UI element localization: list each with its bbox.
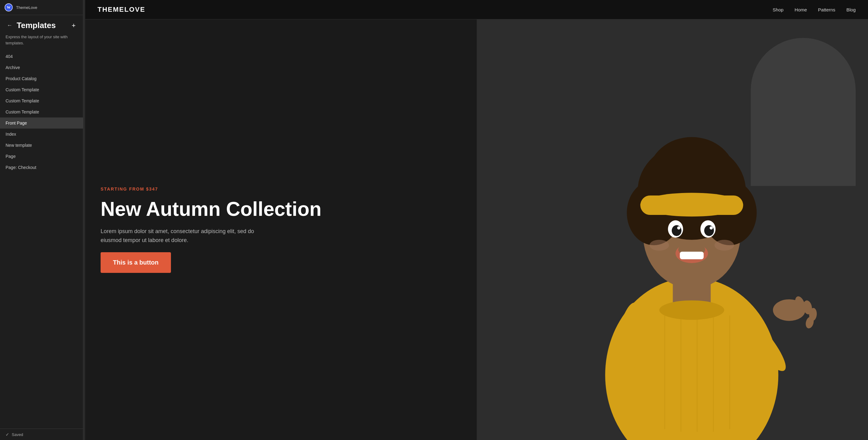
sidebar-header: ← Templates + xyxy=(0,15,83,33)
hero-title: New Autumn Collection xyxy=(101,199,461,219)
saved-status: Saved xyxy=(12,432,23,437)
hero-left: STARTING FROM $347 New Autumn Collection… xyxy=(85,20,477,440)
add-template-button[interactable]: + xyxy=(70,22,78,30)
hero-subtitle: STARTING FROM $347 xyxy=(101,187,461,192)
main-content: THEMELOVE ShopHomePatternsBlog STARTING … xyxy=(85,0,868,440)
sidebar-title: Templates xyxy=(17,21,56,30)
hero-body: Lorem ipsum dolor sit amet, consectetur … xyxy=(101,227,261,245)
sidebar-footer: ✓ Saved xyxy=(0,429,83,440)
sidebar-item-archive[interactable]: Archive xyxy=(0,62,83,73)
svg-point-23 xyxy=(715,240,734,251)
svg-point-22 xyxy=(650,240,669,251)
sidebar-item-custom-template-3[interactable]: Custom Template xyxy=(0,106,83,117)
svg-point-18 xyxy=(710,226,713,230)
sidebar: W ThemeLove ← Templates + Express the la… xyxy=(0,0,83,440)
svg-rect-21 xyxy=(680,252,704,260)
sidebar-item-index[interactable]: Index xyxy=(0,129,83,140)
sidebar-item-custom-template-1[interactable]: Custom Template xyxy=(0,84,83,95)
sidebar-item-new-template[interactable]: New template xyxy=(0,140,83,151)
svg-text:W: W xyxy=(7,5,11,9)
saved-check-icon: ✓ xyxy=(5,432,9,437)
svg-point-36 xyxy=(659,301,724,320)
site-nav-patterns[interactable]: Patterns xyxy=(818,7,835,12)
topbar-label: ThemeLove xyxy=(16,5,37,10)
sidebar-item-page-checkout[interactable]: Page: Checkout xyxy=(0,162,83,173)
hero-section: STARTING FROM $347 New Autumn Collection… xyxy=(85,20,868,440)
preview-site-header: THEMELOVE ShopHomePatternsBlog xyxy=(85,0,868,20)
sidebar-item-page[interactable]: Page xyxy=(0,151,83,162)
sidebar-item-404[interactable]: 404 xyxy=(0,51,83,62)
hero-right xyxy=(477,20,868,440)
sidebar-item-custom-template-2[interactable]: Custom Template xyxy=(0,95,83,106)
hero-woman-illustration xyxy=(516,61,868,440)
svg-rect-12 xyxy=(641,196,743,215)
sidebar-nav: 404ArchiveProduct CatalogCustom Template… xyxy=(0,51,83,429)
svg-point-16 xyxy=(705,226,714,236)
svg-point-17 xyxy=(677,226,681,230)
svg-point-15 xyxy=(672,226,682,236)
site-nav-shop[interactable]: Shop xyxy=(773,7,783,12)
wordpress-logo: W xyxy=(4,3,13,12)
sidebar-item-product-catalog[interactable]: Product Catalog xyxy=(0,73,83,84)
site-nav-home[interactable]: Home xyxy=(795,7,807,12)
back-button[interactable]: ← xyxy=(5,22,13,29)
site-nav-blog[interactable]: Blog xyxy=(846,7,856,12)
sidebar-description: Express the layout of your site with tem… xyxy=(0,33,83,51)
hero-cta-button[interactable]: This is a button xyxy=(101,252,171,273)
sidebar-item-front-page[interactable]: Front Page xyxy=(0,117,83,129)
topbar: W ThemeLove xyxy=(0,0,83,15)
site-nav: ShopHomePatternsBlog xyxy=(773,7,856,12)
site-logo: THEMELOVE xyxy=(97,5,145,13)
